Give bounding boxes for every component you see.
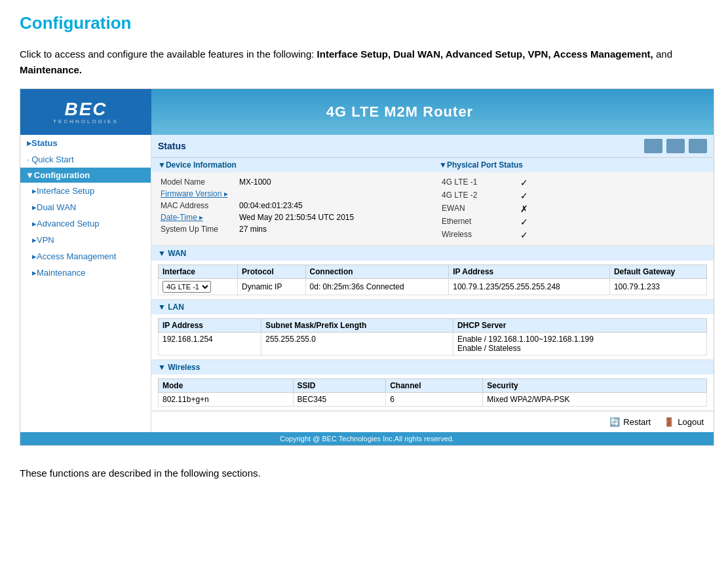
firmware-value bbox=[237, 188, 426, 200]
device-physical-row: ▼Device Information Model Name MX-1000 F… bbox=[151, 158, 714, 246]
physical-port-panel: ▼Physical Port Status 4G LTE -1 ✓ 4G LTE… bbox=[432, 158, 714, 246]
sidebar-item-interface-setup[interactable]: ▸Interface Setup bbox=[20, 183, 151, 199]
uptime-value: 27 mins bbox=[237, 223, 426, 235]
lan-dhcp-cell: Enable / 192.168.1.100~192.168.1.199Enab… bbox=[453, 333, 706, 356]
status-icon-2 bbox=[666, 139, 685, 153]
wireless-status: ✓ bbox=[518, 229, 707, 242]
wireless-col-ssid: SSID bbox=[293, 379, 386, 393]
lan-col-dhcp: DHCP Server bbox=[453, 319, 706, 333]
wireless-ssid-cell: BEC345 bbox=[293, 393, 386, 407]
table-row: Ethernet ✓ bbox=[439, 215, 707, 229]
status-section-header: Status bbox=[151, 135, 714, 158]
device-info-table: Model Name MX-1000 Firmware Version ▸ MA… bbox=[158, 176, 426, 235]
table-row: 4G LTE -2 ✓ bbox=[439, 189, 707, 202]
datetime-label: Date-Time ▸ bbox=[158, 211, 237, 223]
sidebar-item-access-management[interactable]: ▸Access Management bbox=[20, 248, 151, 265]
wireless-section: ▼ Wireless Mode SSID Channel Security 80… bbox=[151, 360, 714, 411]
lan-table-header-row: IP Address Subnet Mask/Prefix Length DHC… bbox=[159, 319, 707, 333]
device-info-header: ▼Device Information bbox=[151, 158, 432, 172]
wan-table-header-row: Interface Protocol Connection IP Address… bbox=[159, 265, 707, 279]
ethernet-label: Ethernet bbox=[439, 215, 518, 229]
router-main: Status ▼Device Information Model Name bbox=[151, 135, 714, 432]
status-icons bbox=[644, 139, 707, 153]
mac-value: 00:04:ed:01:23:45 bbox=[237, 200, 426, 211]
table-row: Date-Time ▸ Wed May 20 21:50:54 UTC 2015 bbox=[158, 211, 426, 223]
restart-button[interactable]: 🔄 Restart bbox=[609, 417, 651, 427]
wireless-col-security: Security bbox=[483, 379, 707, 393]
sidebar-item-vpn[interactable]: ▸VPN bbox=[20, 232, 151, 248]
bec-logo: BEC TECHNOLOGIES bbox=[53, 100, 119, 124]
lan-col-ip: IP Address bbox=[159, 319, 261, 333]
wireless-table-header-row: Mode SSID Channel Security bbox=[159, 379, 707, 393]
table-row: Firmware Version ▸ bbox=[158, 188, 426, 200]
ewan-status: ✗ bbox=[518, 202, 707, 215]
restart-label: Restart bbox=[623, 417, 651, 427]
intro-end: and bbox=[653, 48, 672, 60]
wan-header: ▼ WAN bbox=[151, 246, 714, 261]
lan-table: IP Address Subnet Mask/Prefix Length DHC… bbox=[158, 318, 707, 356]
sidebar-item-configuration[interactable]: ▼Configuration bbox=[20, 168, 151, 183]
datetime-link[interactable]: Date-Time ▸ bbox=[161, 213, 203, 222]
wan-interface-select[interactable]: 4G LTE -1 bbox=[163, 281, 211, 293]
4glte2-label: 4G LTE -2 bbox=[439, 189, 518, 202]
wireless-col-mode: Mode bbox=[159, 379, 294, 393]
sidebar-item-dual-wan[interactable]: ▸Dual WAN bbox=[20, 199, 151, 215]
router-top-icons bbox=[648, 89, 714, 135]
router-screenshot: BEC TECHNOLOGIES 4G LTE M2M Router ▸Stat… bbox=[20, 88, 714, 446]
firmware-label: Firmware Version ▸ bbox=[158, 188, 237, 200]
wireless-channel-cell: 6 bbox=[386, 393, 483, 407]
intro-text-start: Click to access and configure the availa… bbox=[20, 48, 317, 60]
lan-section: ▼ LAN IP Address Subnet Mask/Prefix Leng… bbox=[151, 300, 714, 360]
ethernet-status: ✓ bbox=[518, 215, 707, 229]
bottom-paragraph: These functions are described in the fol… bbox=[20, 466, 708, 481]
bec-logo-text: BEC bbox=[53, 100, 119, 119]
wireless-mode-cell: 802.11b+g+n bbox=[159, 393, 294, 407]
physical-port-table: 4G LTE -1 ✓ 4G LTE -2 ✓ EWAN ✗ bbox=[439, 176, 707, 242]
wireless-header: ▼ Wireless bbox=[151, 360, 714, 375]
table-row: Wireless ✓ bbox=[439, 229, 707, 242]
sidebar-item-quickstart[interactable]: · Quick Start bbox=[20, 151, 151, 168]
table-row: MAC Address 00:04:ed:01:23:45 bbox=[158, 200, 426, 211]
page-title: Configuration bbox=[20, 13, 708, 33]
sidebar-item-advanced-setup[interactable]: ▸Advanced Setup bbox=[20, 215, 151, 232]
table-row: Model Name MX-1000 bbox=[158, 176, 426, 188]
device-name: 4G LTE M2M Router bbox=[326, 103, 473, 120]
wan-interface-cell: 4G LTE -1 bbox=[159, 279, 238, 295]
wireless-label: Wireless bbox=[439, 229, 518, 242]
router-footer-buttons: 🔄 Restart 🚪 Logout bbox=[151, 411, 714, 432]
4glte1-label: 4G LTE -1 bbox=[439, 176, 518, 189]
4glte1-status: ✓ bbox=[518, 176, 707, 189]
router-header: BEC TECHNOLOGIES 4G LTE M2M Router bbox=[20, 89, 714, 135]
wan-table-row: 4G LTE -1 Dynamic IP 0d: 0h:25m:36s Conn… bbox=[159, 279, 707, 295]
table-row: System Up Time 27 mins bbox=[158, 223, 426, 235]
4glte2-status: ✓ bbox=[518, 189, 707, 202]
logout-button[interactable]: 🚪 Logout bbox=[664, 417, 704, 427]
wireless-col-channel: Channel bbox=[386, 379, 483, 393]
wan-col-ip: IP Address bbox=[449, 265, 610, 279]
router-body: ▸Status · Quick Start ▼Configuration ▸In… bbox=[20, 135, 714, 432]
router-title-area: 4G LTE M2M Router bbox=[151, 89, 648, 135]
wireless-table: Mode SSID Channel Security 802.11b+g+n B… bbox=[158, 378, 707, 407]
sidebar-item-status[interactable]: ▸Status bbox=[20, 135, 151, 151]
lan-subnet-cell: 255.255.255.0 bbox=[261, 333, 453, 356]
sidebar-item-maintenance[interactable]: ▸Maintenance bbox=[20, 265, 151, 281]
lan-col-subnet: Subnet Mask/Prefix Length bbox=[261, 319, 453, 333]
logout-label: Logout bbox=[678, 417, 704, 427]
wan-col-interface: Interface bbox=[159, 265, 238, 279]
uptime-label: System Up Time bbox=[158, 223, 237, 235]
intro-bold: Interface Setup, Dual WAN, Advanced Setu… bbox=[317, 48, 653, 60]
restart-icon: 🔄 bbox=[609, 417, 620, 427]
router-logo-area: BEC TECHNOLOGIES bbox=[20, 89, 151, 135]
wan-table: Interface Protocol Connection IP Address… bbox=[158, 265, 707, 295]
firmware-link[interactable]: Firmware Version ▸ bbox=[161, 189, 228, 198]
wan-section: ▼ WAN Interface Protocol Connection IP A… bbox=[151, 246, 714, 300]
table-row: 4G LTE -1 ✓ bbox=[439, 176, 707, 189]
ewan-label: EWAN bbox=[439, 202, 518, 215]
status-icon-3 bbox=[689, 139, 707, 153]
router-copyright: Copyright @ BEC Technologies Inc.All rig… bbox=[20, 432, 714, 445]
table-row: EWAN ✗ bbox=[439, 202, 707, 215]
device-info-panel: ▼Device Information Model Name MX-1000 F… bbox=[151, 158, 432, 246]
status-label: Status bbox=[158, 141, 186, 151]
logout-icon: 🚪 bbox=[664, 417, 674, 427]
mac-label: MAC Address bbox=[158, 200, 237, 211]
